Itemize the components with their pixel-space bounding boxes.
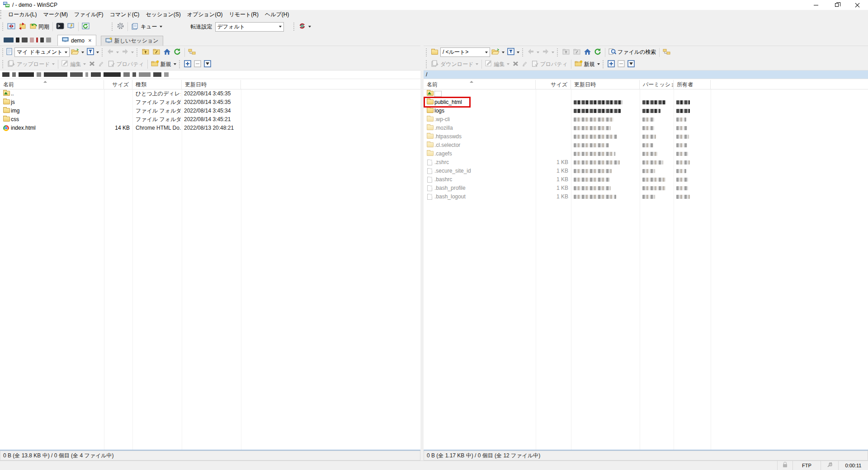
- file-row[interactable]: .cagefs: [424, 150, 868, 158]
- column-header-type[interactable]: 種類: [132, 80, 182, 89]
- synchronize-browsing-button[interactable]: 同期: [28, 22, 51, 32]
- tab-close-icon[interactable]: ×: [88, 37, 92, 44]
- local-forward-button[interactable]: [120, 47, 135, 57]
- local-add-filter-button[interactable]: [183, 59, 193, 70]
- queue-button[interactable]: キュー: [130, 22, 164, 32]
- transfer-preset-select[interactable]: デフォルト: [215, 22, 284, 32]
- column-header-permissions[interactable]: パーミッション: [640, 80, 674, 89]
- file-row[interactable]: .secure_site_id1 KB: [424, 167, 868, 175]
- remote-delete-button[interactable]: [511, 60, 520, 69]
- column-header-name[interactable]: 名前: [0, 80, 104, 89]
- local-parent-directory-button[interactable]: [140, 47, 151, 57]
- connection-cell[interactable]: [821, 461, 838, 470]
- toolbar-grip[interactable]: [603, 60, 605, 68]
- local-filter-button[interactable]: [85, 47, 100, 57]
- toolbar-grip[interactable]: [426, 60, 428, 68]
- remote-open-directory-button[interactable]: [490, 47, 506, 57]
- menu-local[interactable]: ローカル(L): [5, 11, 40, 19]
- local-tree-button[interactable]: [187, 47, 198, 57]
- encryption-cell[interactable]: [777, 461, 793, 470]
- remote-refresh-button[interactable]: [593, 47, 603, 57]
- transfer-options-button[interactable]: [297, 21, 312, 32]
- file-row[interactable]: .bashrc1 KB: [424, 175, 868, 184]
- compare-directories-button[interactable]: [6, 22, 17, 32]
- file-row[interactable]: imgファイル フォルダー2022/08/14 3:45:34: [0, 107, 420, 115]
- remote-remove-filter-button[interactable]: [616, 59, 626, 70]
- toolbar-grip[interactable]: [293, 23, 296, 31]
- file-row[interactable]: jsファイル フォルダー2022/08/14 3:45:35: [0, 98, 420, 107]
- file-row[interactable]: logs: [424, 107, 868, 115]
- local-delete-button[interactable]: [87, 60, 97, 69]
- file-row[interactable]: .cl.selector: [424, 141, 868, 150]
- toolbar-grip[interactable]: [522, 48, 524, 56]
- local-back-button[interactable]: [105, 47, 120, 57]
- toolbar-grip[interactable]: [102, 48, 104, 56]
- menu-mark[interactable]: マーク(M): [40, 11, 71, 19]
- remote-home-directory-button[interactable]: [582, 47, 593, 57]
- remote-location-select[interactable]: / <ルート>: [440, 47, 490, 57]
- column-header-mtime[interactable]: 更新日時: [571, 80, 640, 89]
- remote-tree-button[interactable]: [661, 47, 672, 57]
- local-path-bar[interactable]: [0, 70, 420, 79]
- file-row[interactable]: public_html: [424, 98, 868, 107]
- column-header-owner[interactable]: 所有者: [674, 80, 711, 89]
- remote-root-directory-button[interactable]: [571, 47, 582, 57]
- column-header-size[interactable]: サイズ: [104, 80, 132, 89]
- remote-new-button[interactable]: 新規: [573, 59, 601, 69]
- refresh-explorer-button[interactable]: [80, 22, 91, 32]
- menu-file[interactable]: ファイル(F): [71, 11, 106, 19]
- column-header-name[interactable]: 名前: [424, 80, 536, 89]
- file-row[interactable]: cssファイル フォルダー2022/08/14 3:45:21: [0, 115, 420, 124]
- minimize-button[interactable]: [806, 0, 826, 10]
- remote-add-filter-button[interactable]: [606, 59, 616, 70]
- local-root-directory-button[interactable]: [151, 47, 162, 57]
- menu-help[interactable]: ヘルプ(H): [262, 11, 292, 19]
- menu-remote[interactable]: リモート(R): [226, 11, 262, 19]
- remote-path-bar[interactable]: /: [424, 70, 868, 79]
- remote-forward-button[interactable]: [541, 47, 556, 57]
- remote-filter-edit-button[interactable]: [626, 59, 636, 70]
- file-row[interactable]: .zshrc1 KB: [424, 158, 868, 167]
- upload-button[interactable]: アップロード: [6, 59, 56, 69]
- local-refresh-button[interactable]: [172, 47, 183, 57]
- file-row[interactable]: .mozilla: [424, 124, 868, 132]
- menu-options[interactable]: オプション(O): [184, 11, 226, 19]
- toolbar-grip[interactable]: [2, 23, 5, 31]
- preferences-button[interactable]: [115, 21, 126, 32]
- local-home-directory-button[interactable]: [162, 47, 172, 57]
- new-session-tab[interactable]: 新しいセッション: [101, 36, 163, 46]
- menu-session[interactable]: セッション(S): [142, 11, 184, 19]
- file-row[interactable]: .wp-cli: [424, 115, 868, 124]
- close-button[interactable]: [847, 0, 868, 10]
- local-location-select[interactable]: マイ ドキュメント: [14, 47, 70, 57]
- remote-properties-button[interactable]: プロパティ: [530, 60, 569, 69]
- download-button[interactable]: ダウンロード: [429, 59, 480, 69]
- local-edit-button[interactable]: 編集: [60, 59, 87, 69]
- local-open-directory-button[interactable]: [70, 47, 85, 57]
- toolbar-grip[interactable]: [2, 60, 5, 68]
- menu-command[interactable]: コマンド(C): [107, 11, 143, 19]
- toolbar-grip[interactable]: [557, 48, 559, 56]
- remote-rename-button[interactable]: [520, 60, 530, 69]
- local-rename-button[interactable]: [97, 60, 107, 69]
- remote-parent-directory-button[interactable]: [561, 47, 571, 57]
- synchronize-button[interactable]: [17, 22, 28, 32]
- local-remove-filter-button[interactable]: [193, 59, 203, 70]
- open-console-button[interactable]: [66, 22, 76, 32]
- remote-filter-button[interactable]: [506, 47, 521, 57]
- file-row[interactable]: ..ひとつ上のディレクトリ2022/08/14 3:45:35: [0, 89, 420, 98]
- local-filter-edit-button[interactable]: [203, 59, 212, 70]
- file-row[interactable]: .bash_logout1 KB: [424, 193, 868, 201]
- file-row[interactable]: [424, 89, 868, 98]
- protocol-cell[interactable]: FTP: [793, 461, 821, 470]
- file-row[interactable]: .bash_profile1 KB: [424, 184, 868, 193]
- file-row[interactable]: .htpasswds: [424, 132, 868, 141]
- column-header-size[interactable]: サイズ: [536, 80, 571, 89]
- column-header-mtime[interactable]: 更新日時: [182, 80, 241, 89]
- toolbar-grip[interactable]: [2, 48, 5, 56]
- find-files-button[interactable]: ファイルの検索: [607, 47, 657, 57]
- toolbar-grip[interactable]: [112, 23, 114, 31]
- toolbar-grip[interactable]: [179, 60, 181, 68]
- toolbar-grip[interactable]: [137, 48, 139, 56]
- remote-edit-button[interactable]: 編集: [484, 59, 511, 69]
